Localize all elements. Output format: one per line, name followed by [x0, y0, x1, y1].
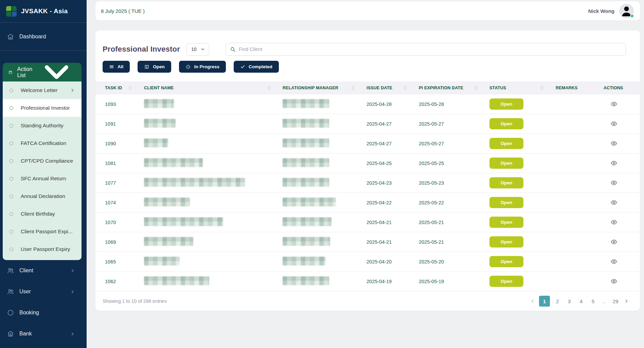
filter-completed-button[interactable]: Completed: [234, 61, 279, 73]
chevron-right-icon: [70, 88, 75, 93]
redacted-client-name: [144, 119, 176, 128]
sidebar-subitem-user-passport-expiry[interactable]: User Passport Expiry: [3, 240, 82, 258]
action-list-submenu: Welcome Letter Professional Investor Sta…: [3, 81, 82, 260]
pi-expiration-date-cell: 2025-05-22: [419, 200, 489, 205]
status-cell: Open: [489, 236, 556, 248]
sort-icon: [540, 85, 544, 91]
app-title: JVSAKK - Asia: [21, 7, 68, 15]
filter-in-progress-button[interactable]: In Progress: [179, 61, 226, 73]
topbar: 8 July 2025 ( TUE ) Nick Wong: [95, 1, 640, 20]
chevron-right-icon: [70, 289, 75, 294]
page-button-2[interactable]: 2: [553, 296, 562, 307]
sort-icon: [267, 85, 271, 91]
issue-date-cell: 2025-04-28: [366, 102, 419, 107]
search-input[interactable]: [239, 47, 622, 52]
sidebar-subitem-annual-declaration[interactable]: Annual Declaration: [3, 187, 82, 205]
client-name-cell: [144, 119, 283, 129]
eye-icon: [610, 258, 618, 265]
relationship-manager-cell: [283, 158, 366, 168]
status-badge: Open: [489, 98, 523, 110]
avatar[interactable]: [619, 4, 634, 18]
table-row: 1069 2025-04-21 2025-05-21 Open: [95, 232, 640, 252]
sidebar-item-dashboard[interactable]: Dashboard: [0, 23, 87, 50]
status-badge: Open: [489, 177, 523, 188]
view-button[interactable]: [604, 100, 624, 108]
sidebar-item-bank[interactable]: Bank: [0, 323, 87, 344]
list-icon: [109, 64, 114, 69]
redacted-client-name: [144, 99, 174, 108]
radio-bullet-icon: [10, 195, 13, 198]
view-button[interactable]: [604, 278, 624, 285]
page-button-3[interactable]: 3: [565, 296, 574, 307]
status-cell: Open: [489, 158, 556, 169]
sidebar-bottom-nav: Client User Booking Bank: [0, 260, 87, 344]
action-list-label: Action List: [17, 66, 32, 78]
view-button[interactable]: [604, 199, 624, 206]
column-header-relationship-manager[interactable]: RELATIONSHIP MANAGER: [283, 85, 366, 91]
view-button[interactable]: [604, 179, 624, 186]
filter-label: In Progress: [194, 64, 219, 69]
view-button[interactable]: [604, 140, 624, 147]
sidebar-subitem-sfc-annual-return[interactable]: SFC Annual Return: [3, 170, 82, 187]
view-button[interactable]: [604, 258, 624, 265]
sidebar-subitem-professional-investor[interactable]: Professional Investor: [3, 99, 82, 117]
task-id-cell: 1091: [95, 121, 144, 127]
sidebar-item-booking[interactable]: Booking: [0, 302, 87, 323]
spinner-icon: [185, 64, 191, 70]
sidebar-subitem-cpt-cpd-compliance[interactable]: CPT/CPD Compliance: [3, 152, 82, 170]
issue-date-cell: 2025-04-22: [366, 200, 419, 205]
redacted-client-name: [144, 178, 245, 187]
page-size-select[interactable]: 10: [186, 43, 209, 56]
task-id-cell: 1090: [95, 141, 144, 146]
column-header-task-id[interactable]: TASK ID: [95, 85, 144, 91]
view-button[interactable]: [604, 238, 624, 245]
column-header-issue-date[interactable]: ISSUE DATE: [366, 85, 419, 91]
table-row: 1062 2025-04-19 2025-05-19 Open: [95, 272, 640, 291]
previous-page-button[interactable]: [529, 298, 536, 304]
action-list-panel: Action List Welcome Letter Professional …: [3, 63, 82, 260]
pi-expiration-date-cell: 2025-05-27: [419, 121, 489, 127]
chevron-right-icon: [70, 268, 75, 273]
relationship-manager-cell: [283, 119, 366, 129]
column-header-status[interactable]: STATUS: [489, 85, 556, 91]
relationship-manager-cell: [283, 139, 366, 148]
pi-expiration-date-cell: 2025-05-19: [419, 279, 489, 284]
subitem-label: Client Passport Expi...: [21, 228, 72, 235]
filter-open-button[interactable]: Open: [138, 61, 171, 73]
view-button[interactable]: [604, 120, 624, 127]
sidebar-subitem-client-birthday[interactable]: Client Birthday: [3, 205, 82, 223]
sidebar-item-user[interactable]: User: [0, 281, 87, 302]
client-name-cell: [144, 276, 283, 286]
home-icon: [7, 33, 14, 40]
status-cell: Open: [489, 138, 556, 149]
radio-bullet-icon: [10, 89, 13, 92]
status-badge: Open: [489, 138, 523, 149]
task-id-cell: 1077: [95, 180, 144, 186]
sidebar-item-client[interactable]: Client: [0, 260, 87, 281]
sidebar-item-action-list[interactable]: Action List: [3, 63, 82, 81]
next-page-button[interactable]: [623, 298, 630, 304]
page-button-29[interactable]: 29: [611, 296, 620, 307]
subitem-label: Welcome Letter: [21, 87, 57, 93]
sidebar-subitem-fatca-certification[interactable]: FATCA Certification: [3, 134, 82, 152]
status-cell: Open: [489, 217, 556, 228]
subitem-label: Client Birthday: [21, 211, 55, 217]
redacted-rm-name: [283, 178, 329, 187]
view-button[interactable]: [604, 160, 624, 167]
column-header-actions: ACTIONS: [604, 86, 640, 90]
column-header-pi-expiration-date[interactable]: PI EXPIRATION DATE: [419, 85, 489, 91]
task-id-cell: 1081: [95, 161, 144, 166]
page-button-1[interactable]: 1: [539, 296, 550, 307]
sidebar-subitem-client-passport-expi[interactable]: Client Passport Expi...: [3, 223, 82, 240]
view-button[interactable]: [604, 219, 624, 226]
sidebar-subitem-standing-authority[interactable]: Standing Authority: [3, 117, 82, 134]
users-icon: [7, 288, 14, 295]
filter-all-button[interactable]: All: [103, 61, 130, 73]
table-row: 1090 2025-04-27 2025-05-27 Open: [95, 134, 640, 153]
subitem-label: CPT/CPD Compliance: [21, 158, 73, 164]
page-button-5[interactable]: 5: [589, 296, 597, 307]
actions-cell: [604, 100, 640, 108]
page-button-4[interactable]: 4: [577, 296, 586, 307]
column-header-client-name[interactable]: CLIENT NAME: [144, 85, 283, 91]
pagination-ellipsis: ...: [601, 298, 608, 304]
